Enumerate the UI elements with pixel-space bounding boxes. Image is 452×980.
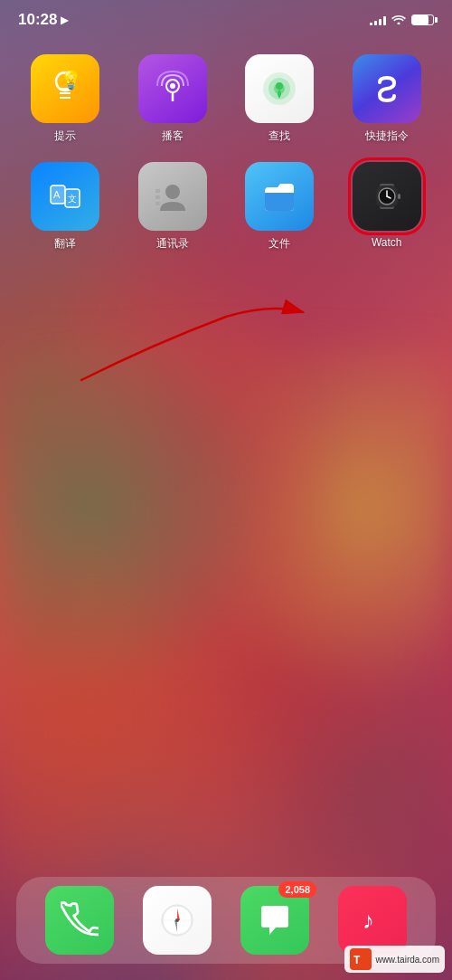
svg-point-35 [175, 918, 179, 922]
files-icon [245, 162, 314, 231]
watch-label: Watch [372, 236, 402, 249]
status-bar: 10:28 ▶ [0, 0, 452, 40]
svg-text:T: T [353, 954, 361, 966]
app-watch[interactable]: Watch [338, 162, 437, 252]
app-reminders[interactable]: 💡 提示 [16, 54, 115, 144]
status-time: 10:28 ▶ [18, 11, 68, 29]
svg-rect-18 [155, 195, 160, 199]
wallpaper-blur [0, 344, 452, 890]
app-findmy[interactable]: 查找 [231, 54, 329, 144]
dock-phone[interactable] [45, 886, 114, 955]
app-shortcuts[interactable]: 快捷指令 [338, 54, 437, 144]
podcasts-icon [138, 54, 207, 123]
svg-text:文: 文 [68, 194, 77, 204]
dock-messages[interactable]: 2,058 [240, 886, 309, 955]
signal-bars-icon [370, 14, 386, 25]
watermark-text: www.tairda.com [375, 955, 439, 965]
svg-point-11 [276, 82, 283, 90]
signal-bar-4 [383, 16, 386, 25]
signal-bar-2 [374, 21, 377, 25]
reminders-label: 提示 [54, 128, 76, 144]
podcasts-label: 播客 [162, 128, 184, 144]
time-text: 10:28 [18, 11, 57, 29]
messages-badge: 2,058 [278, 881, 316, 898]
wifi-icon [391, 13, 406, 27]
svg-point-16 [165, 185, 180, 199]
music-icon: ♪ [338, 886, 407, 955]
status-icons [370, 13, 434, 27]
translate-label: 翻译 [54, 236, 76, 252]
location-icon: ▶ [61, 14, 68, 26]
findmy-icon [245, 54, 314, 123]
watermark-logo: T [350, 948, 372, 970]
signal-bar-3 [379, 19, 381, 25]
shortcuts-icon [353, 54, 421, 123]
findmy-label: 查找 [268, 128, 290, 144]
svg-point-7 [170, 83, 175, 89]
safari-icon [143, 886, 212, 955]
files-label: 文件 [268, 236, 290, 252]
contacts-icon [138, 162, 207, 231]
svg-rect-19 [155, 202, 160, 205]
app-translate[interactable]: A 文 翻译 [16, 162, 115, 252]
svg-text:A: A [53, 189, 61, 200]
watch-icon [353, 162, 421, 231]
dock-safari[interactable] [143, 886, 212, 955]
svg-text:♪: ♪ [363, 907, 374, 934]
signal-bar-1 [370, 23, 372, 25]
app-contacts[interactable]: 通讯录 [124, 162, 222, 252]
reminders-icon: 💡 [31, 54, 99, 123]
contacts-label: 通讯录 [156, 236, 189, 252]
app-files[interactable]: 文件 [231, 162, 329, 252]
dock-music[interactable]: ♪ [338, 886, 407, 955]
watermark: T www.tairda.com [344, 946, 445, 973]
svg-rect-27 [398, 194, 400, 199]
svg-rect-17 [155, 189, 160, 193]
shortcuts-label: 快捷指令 [365, 128, 409, 144]
app-podcasts[interactable]: 播客 [124, 54, 222, 144]
app-grid: 💡 提示 播客 [0, 54, 452, 252]
battery-fill [412, 15, 428, 24]
translate-icon: A 文 [31, 162, 99, 231]
svg-text:💡: 💡 [60, 71, 82, 90]
phone-icon [45, 886, 114, 955]
battery-icon [411, 14, 434, 25]
